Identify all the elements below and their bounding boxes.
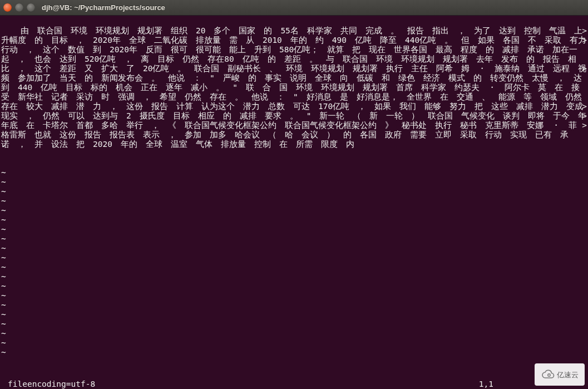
terminal-window: djh@VB: ~/PycharmProjects/source 由 联合国 环… (0, 0, 588, 389)
terminal-viewport[interactable]: 由 联合国 环境 环境规划 规划署 组织 20 多个 国家 的 55名 科学家 … (0, 16, 588, 389)
svg-point-0 (547, 374, 550, 376)
watermark-badge: 亿速云 (535, 363, 585, 386)
wrap-indicators: >>>>>> (582, 17, 587, 168)
cloud-icon (541, 369, 555, 380)
window-title: djh@VB: ~/PycharmProjects/source (42, 3, 165, 12)
maximize-icon[interactable] (27, 3, 35, 12)
file-content: 由 联合国 环境 环境规划 规划署 组织 20 多个 国家 的 55名 科学家 … (1, 26, 588, 149)
cursor-position: 1,1 (479, 380, 493, 389)
empty-line-markers: ~ ~ ~ ~ ~ ~ ~ ~ ~ ~ ~ ~ ~ ~ ~ ~ ~ ~ ~ ~ (1, 159, 587, 357)
watermark-text: 亿速云 (557, 370, 579, 380)
vim-status-bar: fileencoding=utf-8 1,1 (0, 380, 588, 389)
file-encoding: fileencoding=utf-8 (8, 380, 95, 389)
close-icon[interactable] (3, 3, 12, 12)
minimize-icon[interactable] (15, 3, 23, 12)
window-titlebar[interactable]: djh@VB: ~/PycharmProjects/source (0, 0, 588, 16)
